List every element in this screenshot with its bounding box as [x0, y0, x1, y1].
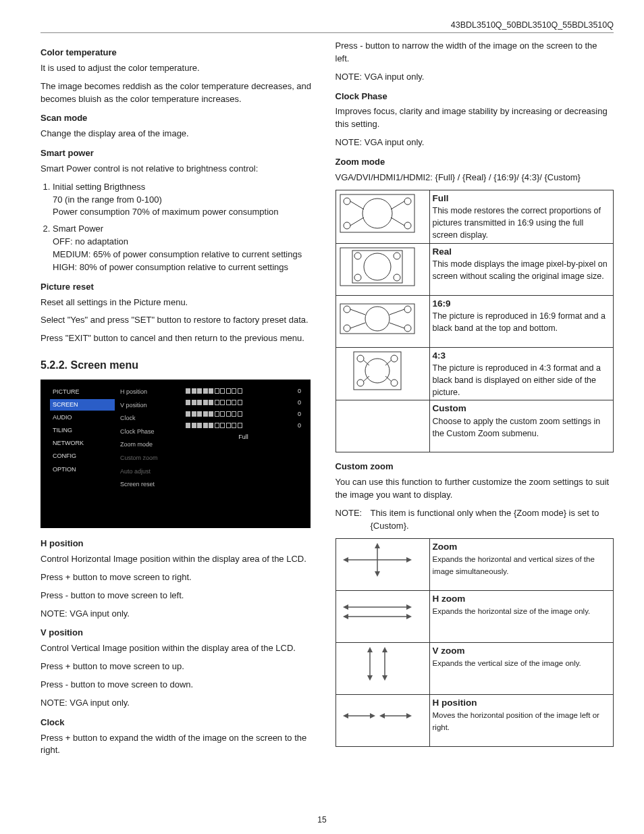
- svg-marker-45: [343, 604, 348, 610]
- custom-zoom-desc: H positionMoves the horizontal position …: [429, 694, 614, 746]
- svg-point-32: [365, 359, 390, 383]
- svg-line-25: [350, 323, 365, 328]
- svg-rect-27: [354, 352, 401, 390]
- osd-item-value: [186, 467, 301, 476]
- heading-v-position: V position: [41, 627, 319, 640]
- custom-zoom-desc: V zoomExpands the vertical size of the i…: [429, 642, 614, 694]
- note: NOTE: This item is functional only when …: [336, 507, 614, 533]
- text: Control Vertical Image position within t…: [41, 642, 319, 655]
- svg-rect-17: [340, 304, 414, 334]
- osd-item-value: [186, 444, 301, 453]
- zoom-mode-icon: [336, 243, 429, 295]
- custom-zoom-desc: H zoomExpands the horizontal size of the…: [429, 590, 614, 642]
- text: Select "Yes" and press "SET" button to r…: [41, 314, 319, 327]
- zoom-mode-table: FullThis mode restores the correct propo…: [336, 190, 614, 453]
- table-row: CustomChoose to apply the custom zoom se…: [336, 400, 614, 452]
- header-rule: [41, 32, 614, 33]
- svg-point-30: [357, 380, 364, 386]
- osd-item-value: Full: [186, 432, 301, 442]
- osd-item-value: [186, 455, 301, 465]
- zoom-mode-desc: RealThis mode displays the image pixel-b…: [429, 243, 614, 295]
- svg-marker-58: [370, 713, 375, 719]
- table-row: V zoomExpands the vertical size of the i…: [336, 642, 614, 694]
- svg-marker-54: [382, 675, 387, 681]
- svg-point-31: [391, 380, 398, 386]
- osd-menu-item: PICTURE: [50, 386, 115, 398]
- text: Press - button to move screen to down.: [41, 679, 319, 692]
- text: Improves focus, clarity and image stabil…: [336, 105, 614, 131]
- svg-point-28: [357, 355, 364, 362]
- text: VGA/DVI/HDMI1/HDMI2: {Full} / {Real} / {…: [336, 172, 614, 184]
- svg-marker-52: [367, 675, 373, 681]
- osd-menu-item: CONFIG: [50, 450, 115, 462]
- note-label: NOTE:: [336, 507, 364, 533]
- svg-marker-48: [406, 614, 412, 619]
- text: Press "EXIT" button to cancel and then r…: [41, 332, 319, 345]
- svg-line-24: [390, 309, 404, 315]
- osd-menu-item: OPTION: [50, 464, 115, 475]
- zoom-mode-desc: CustomChoose to apply the custom zoom se…: [429, 400, 614, 452]
- text: Press + button to move screen to right.: [41, 571, 319, 584]
- svg-point-5: [363, 199, 392, 228]
- text: Control Horizontal Image position within…: [41, 553, 319, 566]
- osd-item-value: 0: [186, 421, 301, 430]
- text: Press + button to move screen to up.: [41, 660, 319, 673]
- osd-item-label: V position: [120, 400, 186, 411]
- heading-custom-zoom: Custom zoom: [336, 461, 614, 473]
- text: NOTE: VGA input only.: [336, 136, 614, 149]
- heading-picture-reset: Picture reset: [41, 281, 319, 294]
- osd-item-label: H position: [120, 386, 186, 398]
- page-number: 15: [0, 815, 644, 825]
- svg-point-2: [404, 198, 411, 205]
- custom-zoom-icon: [336, 590, 429, 642]
- svg-marker-42: [406, 557, 412, 563]
- osd-item-label: Clock: [120, 413, 186, 424]
- svg-marker-46: [406, 604, 412, 610]
- svg-point-1: [344, 198, 350, 205]
- osd-menu-item: NETWORK: [50, 438, 115, 449]
- svg-point-14: [394, 253, 400, 259]
- osd-item-label: Clock Phase: [120, 426, 186, 438]
- svg-point-16: [394, 274, 400, 281]
- text: Smart Power control is not relative to b…: [41, 163, 319, 176]
- svg-marker-39: [375, 543, 380, 548]
- svg-marker-53: [382, 647, 387, 652]
- table-row: H positionMoves the horizontal position …: [336, 694, 614, 746]
- svg-line-8: [350, 217, 364, 226]
- svg-point-12: [364, 253, 391, 280]
- heading-h-position: H position: [41, 538, 319, 550]
- text: Press - button to move screen to left.: [41, 590, 319, 602]
- svg-marker-51: [367, 647, 373, 652]
- svg-point-21: [404, 325, 411, 332]
- table-row: 4:3The picture is reproduced in 4:3 form…: [336, 347, 614, 400]
- svg-marker-60: [406, 713, 412, 719]
- svg-line-23: [350, 309, 365, 315]
- table-row: FullThis mode restores the correct propo…: [336, 190, 614, 243]
- text: You can use this function to further cus…: [336, 476, 614, 502]
- svg-line-26: [390, 323, 404, 328]
- zoom-mode-desc: 16:9The picture is reproduced in 16:9 fo…: [429, 295, 614, 347]
- svg-marker-57: [343, 713, 348, 719]
- osd-item-value: 0: [186, 398, 301, 407]
- text: NOTE: VGA input only.: [41, 697, 319, 710]
- smart-power-list: Initial setting Brigthness 70 (in the ra…: [53, 181, 319, 274]
- svg-marker-47: [343, 614, 348, 619]
- svg-rect-0: [340, 194, 414, 232]
- svg-marker-41: [343, 557, 348, 563]
- heading-color-temperature: Color temperature: [41, 47, 319, 59]
- text: Reset all settings in the Picture menu.: [41, 296, 319, 309]
- svg-point-15: [354, 274, 361, 281]
- custom-zoom-icon: [336, 642, 429, 694]
- zoom-mode-desc: 4:3The picture is reproduced in 4:3 form…: [429, 347, 614, 400]
- svg-marker-40: [375, 571, 380, 577]
- text: NOTE: VGA input only.: [336, 71, 614, 84]
- note-text: This item is functional only when the {Z…: [371, 507, 614, 533]
- osd-item-label: Auto adjust: [120, 466, 186, 477]
- text: Change the display area of the image.: [41, 128, 319, 140]
- svg-point-29: [391, 355, 398, 362]
- svg-point-19: [404, 306, 411, 313]
- osd-item-value: 0: [186, 409, 301, 419]
- osd-menu-item: SCREEN: [50, 399, 115, 411]
- zoom-mode-icon: [336, 347, 429, 400]
- list-item: Initial setting Brigthness 70 (in the ra…: [53, 181, 319, 219]
